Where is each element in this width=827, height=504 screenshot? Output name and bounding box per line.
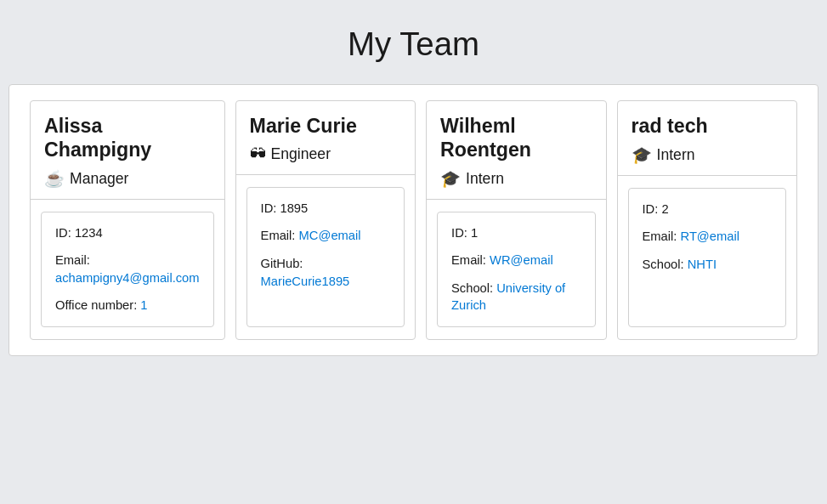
field-label-2-2: School: [451,281,496,295]
field-label-2-1: Email: [451,253,490,267]
team-card-2: Wilheml Roentgen🎓InternID: 1Email: WR@em… [426,100,606,340]
card-role-1: 🕶Engineer [250,145,401,164]
card-name-1: Marie Curie [250,115,401,139]
card-role-0: ☕Manager [44,169,211,189]
field-1-1: Email: MC@email [261,227,390,245]
card-name-2: Wilheml Roentgen [440,115,592,162]
field-0-0: ID: 1234 [55,224,200,242]
card-name-0: Alissa Champigny [44,115,211,162]
card-body-1: ID: 1895Email: MC@emailGitHub: MarieCuri… [246,187,405,327]
team-card-1: Marie Curie🕶EngineerID: 1895Email: MC@em… [235,100,416,340]
field-0-1: Email: achampigny4@gmail.com [55,252,200,286]
role-label-1: Engineer [271,145,331,163]
field-label-2-0: ID: [451,226,471,240]
field-value-0-2: 1 [140,298,147,312]
field-link-1-1[interactable]: MC@email [299,229,361,242]
card-body-3: ID: 2Email: RT@emailSchool: NHTI [628,188,786,327]
field-2-0: ID: 1 [451,224,581,242]
field-label-0-1: Email: [55,253,90,267]
team-card-0: Alissa Champigny☕ManagerID: 1234Email: a… [30,100,225,340]
team-card-3: rad tech🎓InternID: 2Email: RT@emailSchoo… [617,100,797,340]
field-link-0-1[interactable]: achampigny4@gmail.com [55,271,200,285]
field-1-2: GitHub: MarieCurie1895 [261,255,390,290]
field-1-0: ID: 1895 [261,200,390,218]
role-label-3: Intern [657,146,695,164]
field-3-1: Email: RT@email [643,228,772,246]
role-icon-2: 🎓 [440,169,461,189]
field-2-1: Email: WR@email [451,252,581,269]
field-3-2: School: NHTI [643,256,772,274]
field-2-2: School: University of Zurich [451,280,581,314]
field-label-3-0: ID: [643,202,662,216]
card-body-2: ID: 1Email: WR@emailSchool: University o… [437,212,595,327]
card-body-0: ID: 1234Email: achampigny4@gmail.comOffi… [41,212,214,327]
card-name-3: rad tech [632,115,783,139]
page-title: My Team [0,25,827,63]
card-header-3: rad tech🎓Intern [618,101,796,176]
role-icon-0: ☕ [44,169,65,189]
field-label-1-1: Email: [261,229,299,242]
field-label-0-2: Office number: [55,298,140,312]
field-value-2-0: 1 [471,226,478,240]
page-header: My Team [0,0,827,84]
card-header-1: Marie Curie🕶Engineer [236,101,415,175]
field-value-0-0: 1234 [75,226,103,240]
team-grid: Alissa Champigny☕ManagerID: 1234Email: a… [8,84,819,356]
card-role-2: 🎓Intern [440,169,592,189]
field-0-2: Office number: 1 [55,297,200,314]
role-icon-3: 🎓 [632,145,652,165]
field-label-0-0: ID: [55,226,75,240]
role-label-0: Manager [70,170,128,188]
field-label-3-2: School: [643,258,688,271]
field-link-2-1[interactable]: WR@email [490,253,553,267]
field-link-1-2[interactable]: MarieCurie1895 [261,275,350,288]
field-3-0: ID: 2 [643,201,772,218]
card-role-3: 🎓Intern [632,145,783,165]
card-header-2: Wilheml Roentgen🎓Intern [427,101,605,200]
field-value-1-0: 1895 [280,201,308,215]
field-label-1-0: ID: [261,201,280,215]
role-label-2: Intern [466,170,504,188]
role-icon-1: 🕶 [250,145,266,164]
field-label-1-2: GitHub: [261,257,303,270]
field-value-3-0: 2 [661,202,668,216]
field-value-3-2: NHTI [688,258,717,271]
field-link-3-1[interactable]: RT@email [681,229,739,243]
field-label-3-1: Email: [643,229,681,243]
card-header-0: Alissa Champigny☕Manager [31,101,224,200]
